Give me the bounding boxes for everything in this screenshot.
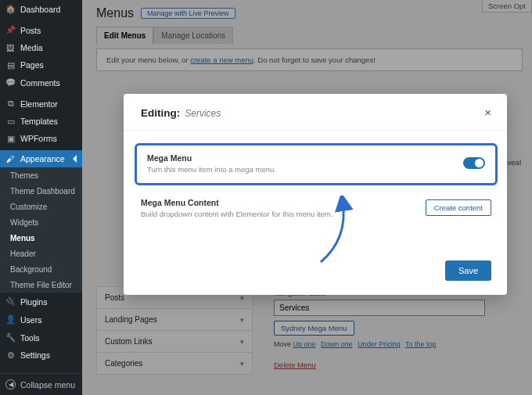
sidebar-item-wpforms[interactable]: ▣WPForms	[0, 130, 82, 147]
wpforms-icon: ▣	[5, 134, 16, 143]
sidebar-label: Templates	[20, 117, 58, 126]
subnav-menus[interactable]: Menus	[0, 230, 82, 246]
subnav-widgets[interactable]: Widgets	[0, 214, 82, 230]
accordion-categories[interactable]: Categories▾	[96, 352, 253, 375]
create-new-menu-link[interactable]: create a new menu	[190, 56, 253, 64]
edit-notice: Edit your menu below, or create a new me…	[96, 48, 523, 71]
dashboard-icon: 🏠	[5, 4, 16, 14]
tab-manage-locations[interactable]: Manage Locations	[153, 27, 233, 44]
sidebar-item-users[interactable]: 👤Users	[0, 311, 82, 329]
move-under-link[interactable]: Under Pricing	[358, 340, 401, 348]
sidebar-item-appearance[interactable]: 🖌Appearance	[0, 150, 82, 167]
move-label: Move	[274, 340, 291, 348]
move-top-link[interactable]: To the top	[405, 340, 437, 348]
chevron-down-icon: ▾	[240, 294, 244, 302]
sidebar-label: Media	[20, 43, 43, 52]
mega-menu-modal: Editing: Services × Mega Menu Turn this …	[124, 94, 507, 295]
sidebar-label: Dashboard	[20, 5, 60, 14]
admin-sidebar: 🏠Dashboard 📌Posts 🖼Media ▤Pages 💬Comment…	[0, 0, 82, 395]
sidebar-item-comments[interactable]: 💬Comments	[0, 74, 82, 92]
chevron-down-icon: ▾	[240, 360, 244, 368]
add-items-panel: Posts▾ Landing Pages▾ Custom Links▾ Cate…	[96, 286, 253, 375]
sidebar-label: Plugins	[20, 297, 47, 307]
sidebar-label: Posts	[20, 26, 41, 35]
move-up-link[interactable]: Up one	[293, 340, 316, 348]
users-icon: 👤	[5, 314, 16, 325]
accordion-label: Categories	[105, 359, 142, 368]
modal-item-name: Services	[185, 108, 221, 119]
page-title: Menus	[96, 6, 134, 20]
accordion-label: Landing Pages	[105, 315, 157, 324]
settings-icon: ⚙	[5, 350, 16, 360]
sidebar-item-media[interactable]: 🖼Media	[0, 39, 82, 56]
sidebar-label: Users	[20, 315, 41, 325]
delete-menu-link[interactable]: Delete Menu	[274, 361, 316, 369]
subnav-theme-file-editor[interactable]: Theme File Editor	[0, 277, 82, 293]
move-links-row: Move Up one Down one Under Pricing To th…	[274, 340, 523, 348]
sidebar-item-tools[interactable]: 🔧Tools	[0, 329, 82, 347]
sidebar-item-settings[interactable]: ⚙Settings	[0, 347, 82, 364]
plugins-icon: 🔌	[5, 296, 16, 307]
close-icon[interactable]: ×	[484, 106, 491, 118]
row-title: Mega Menu Content	[141, 198, 333, 207]
screen-options-button[interactable]: Screen Opt	[482, 0, 532, 13]
sidebar-item-posts[interactable]: 📌Posts	[0, 21, 82, 39]
active-indicator	[73, 155, 77, 163]
subnav-header[interactable]: Header	[0, 246, 82, 261]
navigation-label-input[interactable]	[274, 300, 485, 316]
menu-item-settings: Navigation Label Sydney Mega Menu Move U…	[274, 289, 523, 369]
appearance-subnav: Themes Theme Dashboard Customize Widgets…	[0, 167, 82, 293]
mega-menu-chip[interactable]: Sydney Mega Menu	[274, 321, 354, 336]
mega-menu-toggle-row: Mega Menu Turn this menu item into a meg…	[135, 143, 498, 185]
create-content-button[interactable]: Create content	[426, 199, 491, 216]
sidebar-item-pages[interactable]: ▤Pages	[0, 56, 82, 74]
mega-menu-toggle[interactable]	[463, 157, 485, 169]
collapse-menu[interactable]: ◀Collapse menu	[0, 373, 82, 395]
save-button[interactable]: Save	[445, 260, 491, 281]
notice-pre: Edit your menu below, or	[106, 56, 190, 64]
live-preview-button[interactable]: Manage with Live Preview	[141, 8, 235, 19]
sidebar-label: Elementor	[20, 99, 58, 109]
tab-edit-menus[interactable]: Edit Menus	[96, 27, 153, 45]
sidebar-item-templates[interactable]: ▭Templates	[0, 113, 82, 130]
sidebar-label: Tools	[20, 333, 40, 343]
templates-icon: ▭	[5, 117, 16, 126]
sidebar-label: Pages	[20, 60, 44, 70]
media-icon: 🖼	[5, 43, 16, 52]
collapse-icon: ◀	[5, 379, 16, 390]
modal-title: Editing:	[141, 107, 180, 119]
sidebar-label: Appearance	[20, 154, 65, 163]
accordion-label: Posts	[105, 293, 124, 302]
row-description: Build dropdown content with Elementor fo…	[141, 210, 333, 220]
row-description: Turn this menu item into a mega menu.	[147, 165, 276, 175]
chevron-down-icon: ▾	[240, 316, 244, 324]
brush-icon: 🖌	[5, 154, 16, 163]
nav-tabs: Edit MenusManage Locations	[96, 27, 532, 44]
collapse-label: Collapse menu	[20, 380, 75, 390]
sidebar-item-dashboard[interactable]: 🏠Dashboard	[0, 0, 82, 18]
notice-post: . Do not forget to save your changes!	[253, 56, 376, 64]
subnav-background[interactable]: Background	[0, 261, 82, 277]
accordion-label: Custom Links	[105, 337, 153, 346]
sidebar-label: Settings	[20, 350, 50, 360]
pin-icon: 📌	[5, 25, 16, 35]
sidebar-label: Comments	[20, 78, 60, 88]
accordion-landing-pages[interactable]: Landing Pages▾	[96, 308, 253, 330]
subnav-themes[interactable]: Themes	[0, 167, 82, 183]
pages-icon: ▤	[5, 60, 16, 70]
tools-icon: 🔧	[5, 332, 16, 343]
sidebar-item-plugins[interactable]: 🔌Plugins	[0, 293, 82, 311]
sidebar-item-elementor[interactable]: ⧉Elementor	[0, 95, 82, 113]
row-title: Mega Menu	[147, 153, 276, 163]
sidebar-label: WPForms	[20, 134, 57, 143]
subnav-customize[interactable]: Customize	[0, 199, 82, 214]
elementor-icon: ⧉	[5, 99, 16, 109]
chevron-down-icon: ▾	[240, 338, 244, 346]
accordion-custom-links[interactable]: Custom Links▾	[96, 330, 253, 352]
mega-menu-content-row: Mega Menu Content Build dropdown content…	[141, 198, 491, 220]
move-down-link[interactable]: Down one	[321, 340, 353, 348]
subnav-theme-dashboard[interactable]: Theme Dashboard	[0, 183, 82, 199]
comments-icon: 💬	[5, 77, 16, 88]
